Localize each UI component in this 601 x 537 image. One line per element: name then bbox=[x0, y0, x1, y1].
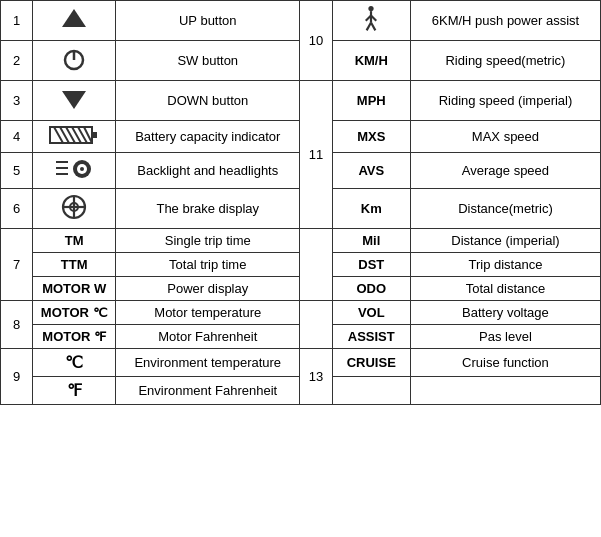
svg-marker-9 bbox=[62, 91, 86, 109]
brake-icon bbox=[60, 193, 88, 221]
row-desc-2: Riding speed(metric) bbox=[410, 41, 600, 81]
row-num-8: 8 bbox=[1, 301, 33, 349]
row-icon-2 bbox=[33, 41, 116, 81]
row-icon-7a: TM bbox=[33, 229, 116, 253]
row-code-7b: DST bbox=[332, 253, 410, 277]
pedestrian-icon bbox=[359, 5, 383, 33]
row-icon-8b: MOTOR ℉ bbox=[33, 325, 116, 349]
row-code-7c: ODO bbox=[332, 277, 410, 301]
svg-line-6 bbox=[371, 23, 375, 31]
row-code-5: AVS bbox=[332, 153, 410, 189]
table-row-7a: 7 TM Single trip time Mil Distance (impe… bbox=[1, 229, 601, 253]
row-desc-6: Distance(metric) bbox=[410, 189, 600, 229]
row-code-2: KM/H bbox=[332, 41, 410, 81]
row-label-7c: Power display bbox=[116, 277, 300, 301]
row-label-9a: Environment temperature bbox=[116, 349, 300, 377]
ttm-icon: TTM bbox=[61, 257, 88, 272]
svg-point-23 bbox=[80, 167, 84, 171]
row-code-1 bbox=[332, 1, 410, 41]
motorf-icon: MOTOR ℉ bbox=[42, 329, 106, 344]
row-label-9b: Environment Fahrenheit bbox=[116, 377, 300, 405]
row-label-6: The brake display bbox=[116, 189, 300, 229]
row-icon-7c: MOTOR W bbox=[33, 277, 116, 301]
row-num-1: 1 bbox=[1, 1, 33, 41]
row-desc-1: 6KM/H push power assist bbox=[410, 1, 600, 41]
row-num-3: 3 bbox=[1, 81, 33, 121]
table-row-3: 3 DOWN button 11 MPH Riding speed (imper… bbox=[1, 81, 601, 121]
row-desc-9a: Cruise function bbox=[410, 349, 600, 377]
sw-button-icon bbox=[60, 45, 88, 73]
row-desc-4: MAX speed bbox=[410, 121, 600, 153]
row-label-7a: Single trip time bbox=[116, 229, 300, 253]
motorc-icon: MOTOR ℃ bbox=[41, 305, 108, 320]
row-label-1: UP button bbox=[116, 1, 300, 41]
row-code-9b bbox=[332, 377, 410, 405]
row-num-5: 5 bbox=[1, 153, 33, 189]
row-label-2: SW button bbox=[116, 41, 300, 81]
row-icon-9a: ℃ bbox=[33, 349, 116, 377]
tempc-icon: ℃ bbox=[65, 354, 83, 371]
row-icon-6 bbox=[33, 189, 116, 229]
svg-marker-0 bbox=[62, 9, 86, 27]
down-arrow-icon bbox=[60, 85, 88, 113]
table-row-1: 1 UP button 10 6KM/H push power assist bbox=[1, 1, 601, 41]
up-arrow-icon bbox=[60, 5, 88, 33]
row-desc-7c: Total distance bbox=[410, 277, 600, 301]
group-11: 11 bbox=[300, 81, 332, 229]
group-empty-7 bbox=[300, 229, 332, 301]
row-code-8a: VOL bbox=[332, 301, 410, 325]
row-code-9a: CRUISE bbox=[332, 349, 410, 377]
tempf-icon: ℉ bbox=[67, 382, 82, 399]
backlight-icon bbox=[54, 157, 94, 181]
svg-line-5 bbox=[367, 23, 371, 31]
table-row-8a: 8 MOTOR ℃ Motor temperature VOL Battery … bbox=[1, 301, 601, 325]
table-row-9a: 9 ℃ Environment temperature 13 CRUISE Cr… bbox=[1, 349, 601, 377]
group-13: 13 bbox=[300, 349, 332, 405]
row-label-7b: Total trip time bbox=[116, 253, 300, 277]
row-label-8b: Motor Fahrenheit bbox=[116, 325, 300, 349]
row-desc-8a: Battery voltage bbox=[410, 301, 600, 325]
row-desc-9b bbox=[410, 377, 600, 405]
row-code-6: Km bbox=[332, 189, 410, 229]
row-code-3: MPH bbox=[332, 81, 410, 121]
row-code-8b: ASSIST bbox=[332, 325, 410, 349]
row-desc-7b: Trip distance bbox=[410, 253, 600, 277]
battery-icon bbox=[49, 125, 99, 145]
row-icon-4 bbox=[33, 121, 116, 153]
row-icon-9b: ℉ bbox=[33, 377, 116, 405]
row-icon-5 bbox=[33, 153, 116, 189]
row-num-4: 4 bbox=[1, 121, 33, 153]
row-num-7: 7 bbox=[1, 229, 33, 301]
row-num-9: 9 bbox=[1, 349, 33, 405]
svg-rect-11 bbox=[92, 132, 97, 138]
group-empty-8 bbox=[300, 301, 332, 349]
row-icon-3 bbox=[33, 81, 116, 121]
group-10: 10 bbox=[300, 1, 332, 81]
row-code-7a: Mil bbox=[332, 229, 410, 253]
row-icon-7b: TTM bbox=[33, 253, 116, 277]
row-desc-7a: Distance (imperial) bbox=[410, 229, 600, 253]
row-icon-1 bbox=[33, 1, 116, 41]
row-icon-8a: MOTOR ℃ bbox=[33, 301, 116, 325]
row-desc-3: Riding speed (imperial) bbox=[410, 81, 600, 121]
row-num-6: 6 bbox=[1, 189, 33, 229]
row-desc-8b: Pas level bbox=[410, 325, 600, 349]
row-label-3: DOWN button bbox=[116, 81, 300, 121]
motorw-icon: MOTOR W bbox=[42, 281, 106, 296]
row-code-4: MXS bbox=[332, 121, 410, 153]
row-label-8a: Motor temperature bbox=[116, 301, 300, 325]
svg-point-1 bbox=[369, 6, 374, 11]
tm-icon: TM bbox=[65, 233, 84, 248]
row-desc-5: Average speed bbox=[410, 153, 600, 189]
row-label-4: Battery capacity indicator bbox=[116, 121, 300, 153]
row-num-2: 2 bbox=[1, 41, 33, 81]
row-label-5: Backlight and headlights bbox=[116, 153, 300, 189]
